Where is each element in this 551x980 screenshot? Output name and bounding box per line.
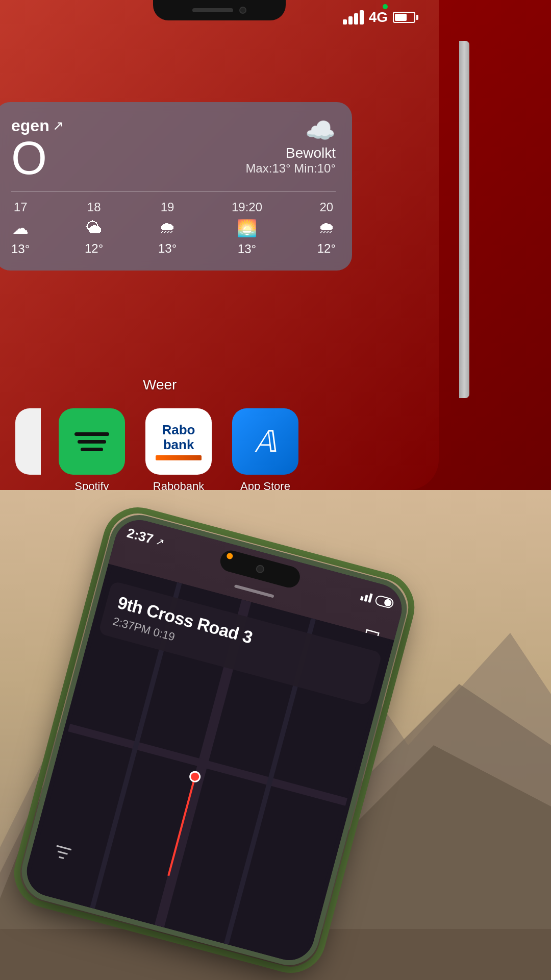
notch: [153, 0, 286, 20]
spotify-app-wrapper: Spotify: [56, 408, 128, 490]
sp-bar-1: [360, 596, 364, 600]
battery-fill: [395, 14, 407, 21]
appstore-label: App Store: [240, 480, 290, 490]
rabobank-text: Rabobank: [162, 423, 195, 452]
partial-app-wrapper: [15, 408, 41, 480]
sp-time-area: 2:37 ↗: [125, 525, 166, 550]
forecast-day-3: 19:20: [232, 200, 262, 214]
sp-bar-3: [368, 593, 372, 603]
svg-line-11: [58, 851, 67, 854]
green-indicator: [383, 4, 388, 9]
weather-left: egen ↗ O: [11, 116, 64, 181]
battery-icon: [393, 12, 418, 23]
partial-app-icon[interactable]: [15, 408, 41, 475]
forecast-temp-2: 13°: [158, 241, 177, 256]
sp-bar-2: [364, 595, 368, 602]
rabobank-icon[interactable]: Rabobank: [145, 408, 212, 475]
spotify-wave-2: [78, 440, 106, 444]
forecast-temp-0: 13°: [11, 242, 30, 256]
rabobank-app-wrapper: Rabobank Rabobank: [143, 408, 214, 490]
top-phone-section: 4G egen ↗ O ☁️ Bewolkt: [0, 0, 551, 490]
spotify-waves: [74, 432, 109, 451]
spotify-wave-3: [81, 448, 103, 451]
forecast-icon-1: 🌥: [86, 218, 102, 237]
appstore-icon[interactable]: 𝔸: [232, 408, 298, 475]
bottom-section: 2:37 ↗: [0, 490, 551, 980]
forecast-day-4: 20: [320, 200, 334, 214]
signal-icon: [343, 10, 364, 24]
speaker-grille: [192, 8, 233, 12]
forecast-item-4: 20 🌧 12°: [317, 200, 336, 256]
weather-forecast: 17 ☁ 13° 18 🌥 12° 19 🌧 13° 19:20 🌅: [11, 191, 336, 256]
network-type: 4G: [369, 9, 388, 26]
forecast-item-2: 19 🌧 13°: [158, 200, 177, 256]
forecast-day-0: 17: [14, 200, 28, 214]
rabobank-bar: [156, 455, 202, 460]
forecast-item-3: 19:20 🌅 13°: [232, 200, 262, 256]
sp-time-arrow-icon: ↗: [154, 534, 166, 549]
svg-line-10: [57, 846, 71, 850]
spotify-icon[interactable]: [59, 408, 125, 475]
apps-row: Spotify Rabobank Rabobank 𝔸 App Store: [15, 408, 301, 490]
weather-right: ☁️ Bewolkt Max:13° Min:10°: [245, 116, 336, 176]
forecast-temp-4: 12°: [317, 241, 336, 256]
rabobank-inner: Rabobank: [156, 423, 202, 460]
rabobank-label: Rabobank: [153, 480, 204, 490]
forecast-temp-1: 12°: [85, 241, 103, 256]
forecast-item-1: 18 🌥 12°: [85, 200, 103, 256]
weather-widget: egen ↗ O ☁️ Bewolkt Max:13° Min:10°: [0, 102, 352, 271]
sp-time: 2:37: [125, 525, 155, 547]
appstore-app-wrapper: 𝔸 App Store: [230, 408, 301, 490]
signal-bar-2: [348, 16, 353, 24]
forecast-icon-4: 🌧: [318, 218, 335, 237]
battery-body: [393, 12, 415, 23]
forecast-day-1: 18: [87, 200, 101, 214]
phone-right-edge: [459, 41, 469, 398]
phone-frame: 4G egen ↗ O ☁️ Bewolkt: [0, 0, 439, 490]
sp-toggle-knob: [384, 598, 392, 607]
appstore-logo: 𝔸: [255, 424, 277, 459]
spotify-wave-1: [74, 432, 109, 436]
forecast-icon-2: 🌧: [159, 218, 176, 237]
svg-line-12: [59, 857, 64, 859]
spotify-label: Spotify: [74, 480, 109, 490]
forecast-temp-3: 13°: [238, 242, 256, 256]
location-arrow-icon: ↗: [53, 118, 64, 134]
battery-tip: [416, 15, 418, 20]
forecast-icon-0: ☁: [12, 218, 29, 238]
forecast-item-0: 17 ☁ 13°: [11, 200, 30, 256]
forecast-day-2: 19: [161, 200, 174, 214]
sp-toggle-icon: [374, 594, 395, 609]
front-camera: [239, 7, 246, 14]
weather-cloud-icon: ☁️: [245, 116, 336, 145]
weather-temp-main: O: [11, 135, 64, 181]
signal-bar-3: [354, 13, 358, 24]
weather-header: egen ↗ O ☁️ Bewolkt Max:13° Min:10°: [11, 116, 336, 181]
widget-label: Weer: [143, 377, 177, 393]
spotify-inner: [71, 421, 112, 462]
forecast-icon-3: 🌅: [237, 218, 257, 238]
sp-status-right: [360, 591, 395, 609]
weather-condition: Bewolkt: [245, 145, 336, 161]
signal-bar-1: [343, 19, 347, 24]
sp-signal-icon: [360, 591, 373, 603]
status-bar: 4G: [343, 9, 418, 26]
weather-minmax: Max:13° Min:10°: [245, 161, 336, 176]
home-indicator[interactable]: [234, 584, 274, 598]
signal-bar-4: [360, 10, 364, 24]
